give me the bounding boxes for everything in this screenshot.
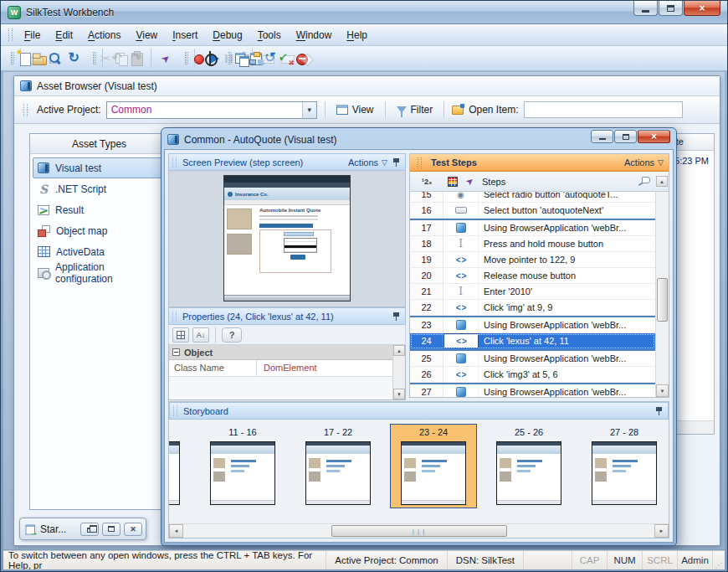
menu-item-actions[interactable]: Actions bbox=[80, 27, 128, 44]
menu-item-window[interactable]: Window bbox=[289, 27, 340, 44]
storyboard-frame[interactable]: 17 - 22 bbox=[295, 424, 382, 508]
steps-column-header[interactable]: Steps bbox=[479, 177, 633, 187]
resize-grip[interactable]: ⋰ bbox=[713, 551, 725, 569]
step-number: 19 bbox=[410, 252, 443, 267]
minimize-button[interactable] bbox=[633, 1, 658, 16]
property-row[interactable]: Class Name DomElement bbox=[169, 360, 392, 377]
panel-grip bbox=[418, 157, 422, 168]
menu-item-file[interactable]: File bbox=[17, 27, 48, 44]
menu-item-insert[interactable]: Insert bbox=[165, 27, 205, 44]
menu-item-help[interactable]: Help bbox=[339, 27, 375, 44]
test-step-row[interactable]: 22Click 'img' at 9, 9 bbox=[410, 300, 655, 316]
sort-alphabetical-button[interactable]: A↓ bbox=[192, 327, 209, 343]
scroll-right-icon[interactable]: ► bbox=[654, 524, 669, 538]
scroll-up-icon[interactable]: ▲ bbox=[393, 345, 405, 356]
storyboard-frame[interactable]: 27 - 28 bbox=[581, 424, 668, 508]
print-icon bbox=[28, 51, 44, 66]
storyboard-frame[interactable]: 25 - 26 bbox=[485, 424, 572, 508]
scroll-up-icon[interactable]: ▲ bbox=[656, 176, 668, 187]
restore-button[interactable] bbox=[80, 523, 99, 536]
screen-preview-image[interactable]: Insurance Co. Automobile Instant Quote bbox=[223, 175, 351, 301]
copy-window-button[interactable] bbox=[234, 49, 249, 68]
test-step-row[interactable]: 20Release mouse button bbox=[410, 268, 655, 284]
minimize-button[interactable] bbox=[591, 130, 613, 143]
pin-icon[interactable] bbox=[392, 312, 400, 321]
menu-item-debug[interactable]: Debug bbox=[205, 27, 249, 44]
menu-item-edit[interactable]: Edit bbox=[48, 27, 80, 44]
active-data-icon bbox=[38, 246, 50, 257]
storyboard-thumbnail[interactable] bbox=[401, 441, 466, 505]
scrollbar-thumb[interactable] bbox=[331, 525, 507, 537]
test-step-row[interactable]: 16Select button 'autoquoteNext' bbox=[410, 203, 655, 219]
shape-parallelogram-icon bbox=[279, 51, 295, 66]
test-steps-vscrollbar[interactable]: ▼ bbox=[655, 192, 669, 397]
pin-icon[interactable] bbox=[392, 157, 400, 167]
test-step-row[interactable]: 25Using BrowserApplication 'webBr... bbox=[410, 349, 655, 367]
identify-object-button[interactable] bbox=[200, 49, 219, 68]
storyboard-thumbnail[interactable] bbox=[496, 441, 561, 505]
test-step-row[interactable]: 23Using BrowserApplication 'webBr... bbox=[410, 316, 655, 333]
panel-grip bbox=[173, 405, 177, 416]
storyboard-frame[interactable] bbox=[169, 424, 191, 508]
asset-type-visual-test[interactable]: Visual test bbox=[33, 157, 166, 178]
storyboard-frame-label: 17 - 22 bbox=[324, 427, 352, 438]
browser-step-icon bbox=[456, 320, 466, 330]
asset-type-dotnet-script[interactable]: .NET Script bbox=[33, 178, 166, 199]
filter-button[interactable]: Filter bbox=[393, 102, 437, 117]
storyboard-thumbnail[interactable] bbox=[169, 441, 180, 505]
maximize-button[interactable] bbox=[659, 1, 683, 16]
active-project-combobox[interactable]: Common bbox=[106, 101, 317, 119]
storyboard-frame[interactable]: 11 - 16 bbox=[199, 424, 286, 508]
storyboard-frame-label: 11 - 16 bbox=[228, 427, 256, 438]
pin-icon[interactable] bbox=[655, 406, 663, 415]
storyboard-frame[interactable]: 23 - 24 bbox=[390, 424, 477, 508]
scroll-down-icon[interactable]: ▼ bbox=[393, 389, 405, 399]
test-step-row[interactable]: 19Move pointer to 122, 9 bbox=[410, 252, 655, 268]
view-button[interactable]: View bbox=[333, 102, 377, 117]
close-button[interactable]: × bbox=[638, 130, 670, 143]
property-category-row[interactable]: Object bbox=[169, 345, 405, 360]
storyboard-thumbnail[interactable] bbox=[210, 441, 275, 505]
maximize-button[interactable] bbox=[614, 130, 637, 143]
step-description: Click 'lexus' at 42, 11 bbox=[479, 336, 655, 346]
sync-button[interactable] bbox=[64, 49, 84, 68]
asset-type-object-map[interactable]: Object map bbox=[33, 220, 166, 241]
shape-parallelogram-button bbox=[277, 49, 296, 68]
test-step-row[interactable]: 24Click 'lexus' at 42, 11 bbox=[410, 333, 655, 349]
step-icon-cell bbox=[443, 333, 479, 348]
scroll-left-icon[interactable]: ◄ bbox=[169, 524, 183, 538]
test-step-row[interactable]: 17Using BrowserApplication 'webBr... bbox=[410, 219, 655, 236]
property-value[interactable]: DomElement bbox=[257, 360, 392, 376]
chevron-down-icon[interactable] bbox=[302, 102, 316, 118]
step-number: 25 bbox=[410, 351, 443, 366]
find-button[interactable] bbox=[45, 49, 64, 68]
maximize-button[interactable] bbox=[102, 523, 120, 536]
storyboard-thumbnail[interactable] bbox=[305, 441, 371, 505]
test-steps-actions-menu[interactable]: Actions bbox=[624, 157, 664, 167]
open-item-input[interactable] bbox=[524, 101, 683, 118]
asset-type-result[interactable]: Result bbox=[33, 199, 166, 220]
toolbar-group bbox=[252, 49, 318, 68]
storyboard-thumbnail[interactable] bbox=[592, 441, 657, 505]
close-button[interactable]: × bbox=[684, 1, 720, 16]
test-step-row[interactable]: 15Select radio button 'autoquoteT... bbox=[410, 192, 655, 203]
categorized-view-button[interactable] bbox=[172, 327, 189, 343]
storyboard-hscrollbar[interactable]: ◄ ► bbox=[169, 523, 669, 538]
properties-vscrollbar[interactable]: ▲ ▼ bbox=[392, 345, 405, 399]
asset-type-active-data[interactable]: ActiveData bbox=[33, 241, 166, 262]
test-step-row[interactable]: 26Click 'img3' at 5, 6 bbox=[410, 367, 655, 383]
screen-preview-actions-menu[interactable]: Actions bbox=[348, 157, 387, 167]
close-button[interactable]: ✕ bbox=[124, 523, 142, 536]
scroll-down-icon[interactable]: ▼ bbox=[656, 384, 669, 397]
menu-item-view[interactable]: View bbox=[128, 27, 165, 44]
asset-type-app-config[interactable]: Application configuration bbox=[33, 262, 166, 283]
object-map-icon bbox=[38, 225, 50, 237]
test-step-row[interactable]: 18Press and hold mouse button bbox=[410, 236, 655, 252]
scrollbar-thumb[interactable] bbox=[657, 278, 668, 322]
goto-step-button[interactable] bbox=[156, 49, 176, 68]
property-help-button[interactable]: ? bbox=[222, 327, 242, 343]
test-step-row[interactable]: 27Using BrowserApplication 'webBr... bbox=[410, 383, 655, 397]
collapse-icon[interactable] bbox=[172, 348, 180, 356]
test-step-row[interactable]: 21Enter '2010' bbox=[410, 284, 655, 300]
menu-item-tools[interactable]: Tools bbox=[250, 27, 289, 44]
